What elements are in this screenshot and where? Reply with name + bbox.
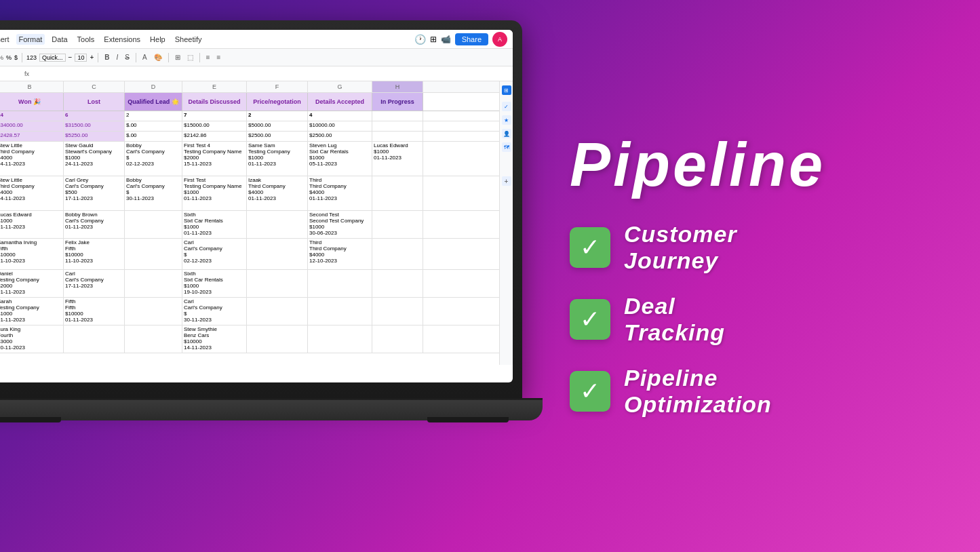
won-r2-name: Stew Little (0, 177, 22, 183)
det-r2-amount: $1000 (184, 189, 199, 195)
share-button[interactable]: Share (455, 33, 488, 45)
toolbar: 100% % $ 123 Quick... − 10 + B I S A 🎨 (0, 49, 513, 66)
price-r2-amount: $4000 (248, 189, 263, 195)
inprogress-count (372, 111, 423, 121)
qualified-count: 2 (125, 111, 182, 121)
menu-extensions[interactable]: Extensions (101, 34, 143, 45)
det-r1-date: 15-11-2023 (184, 161, 212, 167)
menu-format[interactable]: Format (16, 34, 45, 45)
won-r6-name: Sarah (0, 298, 12, 304)
price-header: Price/negotation (247, 93, 308, 111)
lost-avg: $5250.00 (64, 132, 125, 141)
price-r1-company: Testing Company (248, 149, 290, 155)
bold-btn[interactable]: B (102, 53, 111, 62)
acc-r3-amount: $1000 (309, 224, 324, 230)
menu-data[interactable]: Data (49, 34, 70, 45)
det-r4-name: Carl (184, 239, 194, 245)
det-r1-name: First Test 4 (184, 142, 210, 149)
fill-color-btn[interactable]: 🎨 (152, 53, 164, 62)
won-r5-date: 01-11-2023 (0, 289, 25, 295)
feature-text-1: Customer Journey (624, 221, 737, 274)
won-total: $34000.00 (0, 121, 64, 131)
accepted-avg: $2500.00 (308, 132, 372, 141)
lost-r6-company: Fifth (65, 298, 76, 304)
acc-r4-date: 12-10-2023 (309, 258, 337, 264)
won-r7-date: 10-11-2023 (0, 344, 25, 351)
grid-container: B C D E F G H 1 Won 🎉 Lost (0, 81, 499, 365)
inprogress-avg (372, 132, 423, 141)
lost-r2-date: 17-11-2023 (65, 195, 93, 201)
data-row-2: 6 Stew Little Third Company $4000 04-11-… (0, 176, 499, 211)
minus-icon[interactable]: − (68, 54, 73, 61)
menu-sheetify[interactable]: Sheetify (172, 34, 205, 45)
won-count: 14 (0, 111, 64, 121)
percent-icon: % (6, 54, 12, 61)
det-r4-date: 02-12-2023 (184, 258, 212, 264)
text-color-btn[interactable]: A (140, 53, 149, 62)
summary-row-averages: 4 $2428.57 $5250.00 $.00 $2142.86 $2500.… (0, 132, 499, 142)
acc-r2-name: Third (309, 177, 321, 183)
plus-icon[interactable]: + (90, 54, 94, 61)
acc-r4-amount: $4000 (309, 252, 324, 258)
align-center-btn[interactable]: ≡ (215, 53, 223, 62)
lost-r4-company: Fifth (65, 245, 76, 252)
lost-count: 6 (64, 111, 125, 121)
merge-btn[interactable]: ⬚ (185, 53, 195, 62)
cell-reference[interactable] (0, 70, 22, 77)
det-r5-name: Sixth (184, 271, 196, 277)
borders-btn[interactable]: ⊞ (173, 53, 182, 62)
won-header: Won 🎉 (0, 93, 64, 111)
det-r7-amount: $10000 (184, 338, 202, 344)
qual-r2-company: Carl's Company (126, 183, 165, 189)
col-g: G (308, 81, 372, 92)
accepted-header: Details Accepted (308, 93, 372, 111)
lost-r5-date: 17-11-2023 (65, 283, 93, 289)
side-icon-add[interactable]: + (502, 176, 511, 186)
qual-r1-date: 02-12-2023 (126, 161, 154, 167)
video-icon[interactable]: 📹 (441, 35, 451, 44)
won-r3-date: 01-11-2023 (0, 224, 25, 230)
pipeline-title: Pipeline (570, 134, 825, 195)
col-c: C (64, 81, 125, 92)
lost-r6-date: 01-11-2023 (65, 317, 93, 323)
acc-r2-amount: $4000 (309, 189, 324, 195)
font-selector[interactable]: Quick... (39, 54, 66, 62)
side-icon-map[interactable]: 🗺 (502, 142, 511, 152)
det-r1-company: Testing Company Name (184, 149, 241, 155)
det-r4-amount: $ (184, 252, 187, 258)
price-r2-date: 01-11-2023 (248, 195, 276, 201)
font-size[interactable]: 10 (75, 54, 87, 62)
align-left-btn[interactable]: ≡ (204, 53, 212, 62)
menu-tools[interactable]: Tools (75, 34, 98, 45)
summary-row-counts: 2 14 6 2 7 2 4 (0, 111, 499, 121)
det-r3-amount: $1000 (184, 224, 199, 230)
lost-r1-amount: $1000 (65, 155, 80, 161)
won-r1-amount: $4000 (0, 155, 12, 161)
col-h: H (372, 81, 423, 92)
lost-r4-amount: $10000 (65, 252, 83, 258)
lost-total: $31500.00 (64, 121, 125, 131)
menu-help[interactable]: Help (147, 34, 168, 45)
side-icon-check[interactable]: ✓ (502, 102, 511, 111)
menu-bar: Insert Format Data Tools Extensions Help… (0, 30, 513, 49)
menu-insert[interactable]: Insert (0, 34, 12, 45)
side-icon-1[interactable]: ⊞ (502, 85, 511, 95)
divider2 (98, 53, 98, 62)
zoom-level[interactable]: 100% (0, 54, 3, 61)
side-icon-person[interactable]: 👤 (502, 129, 511, 138)
history-icon[interactable]: 🕐 (414, 34, 426, 45)
feature-label-3-line2: Optimization (624, 391, 772, 417)
italic-btn[interactable]: I (115, 53, 121, 62)
divider (22, 53, 22, 62)
won-r6-date: 01-11-2023 (0, 317, 25, 323)
data-row-6: 10 Sarah Testing Company $1000 01-11-202… (0, 298, 499, 326)
strikethrough-btn[interactable]: S (123, 53, 132, 62)
laptop: Insert Format Data Tools Extensions Help… (0, 0, 556, 552)
checkmark-2: ✓ (580, 305, 600, 334)
won-r4-amount: $10000 (0, 252, 16, 258)
laptop-foot-left (0, 417, 61, 422)
side-icon-star[interactable]: ★ (502, 115, 511, 125)
grid-icon[interactable]: ⊞ (430, 35, 437, 44)
divider4 (168, 53, 169, 62)
checkmark-1: ✓ (580, 233, 600, 262)
